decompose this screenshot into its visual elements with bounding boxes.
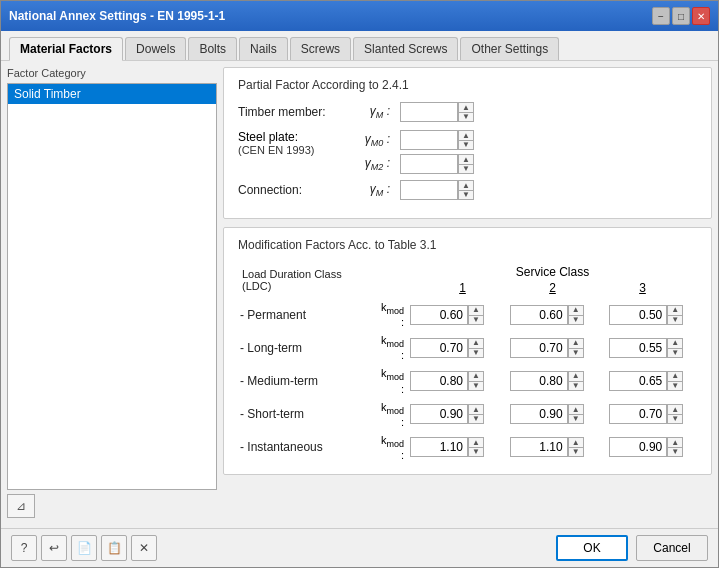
bottom-toolbar: ? ↩ 📄 📋 ✕ OK Cancel — [1, 528, 718, 567]
factor-item-solid-timber[interactable]: Solid Timber — [8, 84, 216, 104]
mod-row1-col1-down[interactable]: ▼ — [468, 348, 484, 358]
mod-row0-col2-up[interactable]: ▲ — [568, 305, 584, 315]
tab-nails[interactable]: Nails — [239, 37, 288, 60]
mod-row3-col1-input[interactable] — [410, 404, 468, 424]
mod-row0-col1-up[interactable]: ▲ — [468, 305, 484, 315]
steel-m0-input[interactable]: 1.00 — [400, 130, 458, 150]
undo-button[interactable]: ↩ — [41, 535, 67, 561]
connection-row: Connection: γM : 1.30 ▲ ▼ — [238, 180, 697, 200]
delete-button[interactable]: ✕ — [131, 535, 157, 561]
mod-row3-col1-down[interactable]: ▼ — [468, 414, 484, 424]
mod-row1-col2-down[interactable]: ▼ — [568, 348, 584, 358]
left-panel: Factor Category Solid Timber ⊿ — [7, 67, 217, 522]
maximize-button[interactable]: □ — [672, 7, 690, 25]
mod-row1-col3-down[interactable]: ▼ — [667, 348, 683, 358]
mod-row1-col2-input[interactable] — [510, 338, 568, 358]
mod-row4-col1-up[interactable]: ▲ — [468, 437, 484, 447]
mod-row0-col3-input[interactable] — [609, 305, 667, 325]
mod-row2-col3-down[interactable]: ▼ — [667, 381, 683, 391]
ldc-label-1: - Long-term — [238, 331, 378, 364]
help-button[interactable]: ? — [11, 535, 37, 561]
cancel-button[interactable]: Cancel — [636, 535, 708, 561]
timber-member-spin-up[interactable]: ▲ — [458, 102, 474, 112]
mod-row4-col1-down[interactable]: ▼ — [468, 447, 484, 457]
timber-member-input[interactable]: 1.30 — [400, 102, 458, 122]
mod-row1-col1-up[interactable]: ▲ — [468, 338, 484, 348]
mod-row0-col3-down[interactable]: ▼ — [667, 315, 683, 325]
mod-row2-col3-up[interactable]: ▲ — [667, 371, 683, 381]
mod-row0-col2-input[interactable] — [510, 305, 568, 325]
mod-row4-col2-input[interactable] — [510, 437, 568, 457]
service-class-header: Service Class — [410, 265, 695, 279]
service-class-1-header: 1 — [418, 281, 508, 295]
mod-row3-col2-input[interactable] — [510, 404, 568, 424]
mod-row0-col1-input[interactable] — [410, 305, 468, 325]
mod-row4-col2-up[interactable]: ▲ — [568, 437, 584, 447]
steel-m2-spin-down[interactable]: ▼ — [458, 164, 474, 174]
mod-row4-col2-spinner: ▲ ▼ — [510, 437, 596, 457]
timber-member-label: Timber member: — [238, 105, 348, 119]
mod-row1-col2-spinner: ▲ ▼ — [510, 338, 596, 358]
mod-row1-col3-input[interactable] — [609, 338, 667, 358]
new-button[interactable]: 📄 — [71, 535, 97, 561]
mod-row4-col3-up[interactable]: ▲ — [667, 437, 683, 447]
connection-label: Connection: — [238, 183, 348, 197]
mod-row3-col1-up[interactable]: ▲ — [468, 404, 484, 414]
connection-spin-up[interactable]: ▲ — [458, 180, 474, 190]
connection-spin-buttons: ▲ ▼ — [458, 180, 474, 200]
minimize-button[interactable]: − — [652, 7, 670, 25]
mod-row4-col3-spinner: ▲ ▼ — [609, 437, 695, 457]
mod-row0-col1-down[interactable]: ▼ — [468, 315, 484, 325]
close-button[interactable]: ✕ — [692, 7, 710, 25]
mod-row1-col2-up[interactable]: ▲ — [568, 338, 584, 348]
connection-spin-down[interactable]: ▼ — [458, 190, 474, 200]
tab-dowels[interactable]: Dowels — [125, 37, 186, 60]
service-class-cols: 1 2 3 — [410, 281, 695, 295]
mod-row0-col3-up[interactable]: ▲ — [667, 305, 683, 315]
copy-button[interactable]: 📋 — [101, 535, 127, 561]
mod-row2-col2-input[interactable] — [510, 371, 568, 391]
tab-bolts[interactable]: Bolts — [188, 37, 237, 60]
ldc-label-0: - Permanent — [238, 298, 378, 331]
mod-row4-col3-down[interactable]: ▼ — [667, 447, 683, 457]
mod-row0-col2-spinner: ▲ ▼ — [510, 305, 596, 325]
ldc-column-header: Load Duration Class (LDC) — [238, 262, 378, 298]
mod-row4-col3-input[interactable] — [609, 437, 667, 457]
mod-row3-col3-input[interactable] — [609, 404, 667, 424]
timber-gamma-label: γM : — [354, 104, 390, 120]
modification-table: Load Duration Class (LDC) Service Class … — [238, 262, 697, 464]
steel-m0-spin-buttons: ▲ ▼ — [458, 130, 474, 150]
connection-input[interactable]: 1.30 — [400, 180, 458, 200]
steel-m2-spin-up[interactable]: ▲ — [458, 154, 474, 164]
mod-row0-col2-down[interactable]: ▼ — [568, 315, 584, 325]
mod-row0-col1-spinner: ▲ ▼ — [410, 305, 496, 325]
tab-slanted-screws[interactable]: Slanted Screws — [353, 37, 458, 60]
mod-row1-col1-spinner: ▲ ▼ — [410, 338, 496, 358]
mod-row2-col2-down[interactable]: ▼ — [568, 381, 584, 391]
mod-row1-col1-input[interactable] — [410, 338, 468, 358]
mod-row2-col3-input[interactable] — [609, 371, 667, 391]
mod-row1-col3-up[interactable]: ▲ — [667, 338, 683, 348]
timber-member-spin-down[interactable]: ▼ — [458, 112, 474, 122]
mod-row4-col1-input[interactable] — [410, 437, 468, 457]
steel-m0-spin-down[interactable]: ▼ — [458, 140, 474, 150]
main-window: National Annex Settings - EN 1995-1-1 − … — [0, 0, 719, 568]
timber-member-spin-buttons: ▲ ▼ — [458, 102, 474, 122]
mod-row3-col3-down[interactable]: ▼ — [667, 414, 683, 424]
mod-row2-col1-up[interactable]: ▲ — [468, 371, 484, 381]
mod-row3-col2-down[interactable]: ▼ — [568, 414, 584, 424]
mod-row4-col2-down[interactable]: ▼ — [568, 447, 584, 457]
mod-row3-col3-up[interactable]: ▲ — [667, 404, 683, 414]
steel-m2-input[interactable]: 1.25 — [400, 154, 458, 174]
tab-other-settings[interactable]: Other Settings — [460, 37, 559, 60]
steel-m0-spin-up[interactable]: ▲ — [458, 130, 474, 140]
mod-row3-col2-up[interactable]: ▲ — [568, 404, 584, 414]
tab-screws[interactable]: Screws — [290, 37, 351, 60]
mod-row2-col2-up[interactable]: ▲ — [568, 371, 584, 381]
filter-button[interactable]: ⊿ — [7, 494, 35, 518]
copy-icon: 📋 — [107, 541, 122, 555]
tab-material-factors[interactable]: Material Factors — [9, 37, 123, 61]
mod-row2-col1-down[interactable]: ▼ — [468, 381, 484, 391]
ok-button[interactable]: OK — [556, 535, 628, 561]
mod-row2-col1-input[interactable] — [410, 371, 468, 391]
